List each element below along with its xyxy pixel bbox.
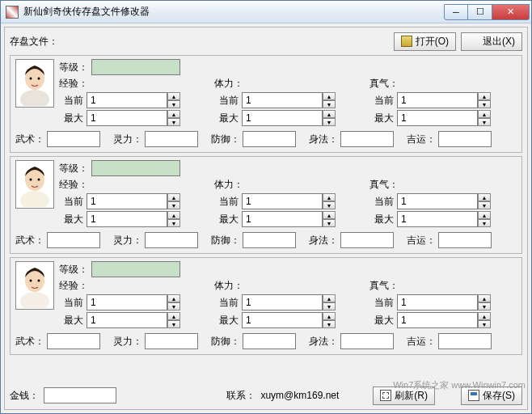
lingli-input[interactable]: [145, 333, 198, 349]
window-title: 新仙剑奇侠传存盘文件修改器: [23, 5, 444, 19]
svg-point-14: [38, 280, 40, 282]
mp-label: 真气：: [369, 279, 399, 293]
spin-input: ▲▼: [397, 110, 491, 126]
spin-up[interactable]: ▲: [167, 211, 180, 219]
hp-label: 体力：: [214, 77, 243, 91]
number-input[interactable]: [87, 193, 167, 209]
level-field: [91, 261, 180, 277]
spin-down[interactable]: ▼: [167, 118, 180, 126]
wushu-label: 武术：: [15, 335, 44, 349]
spin-input: ▲▼: [397, 92, 491, 108]
spin-up[interactable]: ▲: [167, 110, 180, 118]
spin-down[interactable]: ▼: [323, 118, 336, 126]
fangyu-input[interactable]: [243, 232, 296, 248]
spin-down[interactable]: ▼: [478, 118, 491, 126]
spin-down[interactable]: ▼: [323, 219, 336, 227]
wushu-input[interactable]: [47, 232, 100, 248]
spin-down[interactable]: ▼: [323, 201, 336, 209]
minimize-button[interactable]: ─: [444, 4, 468, 20]
mp-label: 真气：: [369, 77, 399, 91]
spin-up[interactable]: ▲: [323, 92, 336, 100]
refresh-button[interactable]: 刷新(R): [373, 387, 435, 405]
level-field: [91, 59, 180, 75]
spin-up[interactable]: ▲: [323, 110, 336, 118]
spin-up[interactable]: ▲: [167, 193, 180, 201]
jiyun-input[interactable]: [438, 333, 492, 349]
maximize-button[interactable]: ☐: [468, 4, 492, 20]
number-input[interactable]: [397, 92, 478, 108]
app-icon: [6, 6, 19, 19]
jiyun-label: 吉运：: [407, 234, 436, 247]
number-input[interactable]: [87, 92, 167, 108]
spin-up[interactable]: ▲: [478, 211, 491, 219]
spin-down[interactable]: ▼: [323, 320, 336, 328]
spin-down[interactable]: ▼: [167, 201, 180, 209]
lingli-input[interactable]: [145, 131, 198, 147]
number-input[interactable]: [397, 193, 478, 209]
fangyu-input[interactable]: [243, 333, 296, 349]
spin-down[interactable]: ▼: [323, 302, 336, 310]
wushu-input[interactable]: [47, 333, 100, 349]
spin-up[interactable]: ▲: [478, 193, 491, 201]
app-window: 新仙剑奇侠传存盘文件修改器 ─ ☐ ✕ 存盘文件： 打开(O) 退出(X) 等级…: [0, 0, 532, 414]
spin-up[interactable]: ▲: [323, 211, 336, 219]
spin-up[interactable]: ▲: [478, 294, 491, 302]
spin-up[interactable]: ▲: [167, 294, 180, 302]
exit-button[interactable]: 退出(X): [461, 32, 522, 51]
spin-down[interactable]: ▼: [167, 219, 180, 227]
jiyun-input[interactable]: [438, 131, 492, 147]
spin-up[interactable]: ▲: [478, 110, 491, 118]
svg-point-3: [30, 78, 32, 80]
exp-label: 经验：: [59, 178, 88, 192]
character-group-0: 等级： 经验： 当前▲▼ 最大▲▼ 体力： 当前▲▼ 最大▲▼ 真气： 当前▲▼…: [10, 55, 522, 153]
number-input[interactable]: [242, 110, 323, 126]
spin-up[interactable]: ▲: [323, 193, 336, 201]
shenfa-input[interactable]: [340, 333, 394, 349]
save-file-label: 存盘文件：: [10, 35, 58, 49]
money-input[interactable]: [44, 387, 116, 403]
wushu-input[interactable]: [47, 131, 100, 147]
max-label: 最大: [59, 213, 83, 226]
number-input[interactable]: [87, 211, 167, 227]
spin-down[interactable]: ▼: [323, 100, 336, 108]
jiyun-input[interactable]: [438, 232, 492, 248]
spin-up[interactable]: ▲: [167, 312, 180, 320]
number-input[interactable]: [242, 211, 323, 227]
spin-down[interactable]: ▼: [478, 320, 491, 328]
number-input[interactable]: [397, 294, 478, 310]
lingli-input[interactable]: [145, 232, 198, 248]
spin-up[interactable]: ▲: [323, 312, 336, 320]
fangyu-label: 防御：: [211, 234, 240, 247]
number-input[interactable]: [87, 110, 167, 126]
spin-up[interactable]: ▲: [323, 294, 336, 302]
fangyu-input[interactable]: [243, 131, 296, 147]
number-input[interactable]: [397, 211, 478, 227]
number-input[interactable]: [87, 312, 167, 328]
spin-down[interactable]: ▼: [478, 201, 491, 209]
spin-up[interactable]: ▲: [167, 92, 180, 100]
wushu-label: 武术：: [15, 133, 44, 146]
spin-down[interactable]: ▼: [167, 302, 180, 310]
spin-down[interactable]: ▼: [478, 302, 491, 310]
spin-down[interactable]: ▼: [167, 320, 180, 328]
exp-label: 经验：: [59, 279, 88, 293]
spin-down[interactable]: ▼: [478, 219, 491, 227]
number-input[interactable]: [87, 294, 167, 310]
close-button[interactable]: ✕: [492, 4, 530, 20]
number-input[interactable]: [242, 92, 323, 108]
spin-up[interactable]: ▲: [478, 92, 491, 100]
open-button[interactable]: 打开(O): [394, 32, 456, 51]
number-input[interactable]: [242, 312, 323, 328]
spin-down[interactable]: ▼: [478, 100, 491, 108]
number-input[interactable]: [397, 312, 478, 328]
save-button[interactable]: 保存(S): [461, 387, 522, 405]
spin-input: ▲▼: [242, 193, 336, 209]
spin-up[interactable]: ▲: [478, 312, 491, 320]
shenfa-input[interactable]: [340, 232, 394, 248]
lingli-label: 灵力：: [113, 133, 142, 146]
number-input[interactable]: [242, 193, 323, 209]
shenfa-input[interactable]: [340, 131, 394, 147]
spin-down[interactable]: ▼: [167, 100, 180, 108]
number-input[interactable]: [242, 294, 323, 310]
number-input[interactable]: [397, 110, 478, 126]
